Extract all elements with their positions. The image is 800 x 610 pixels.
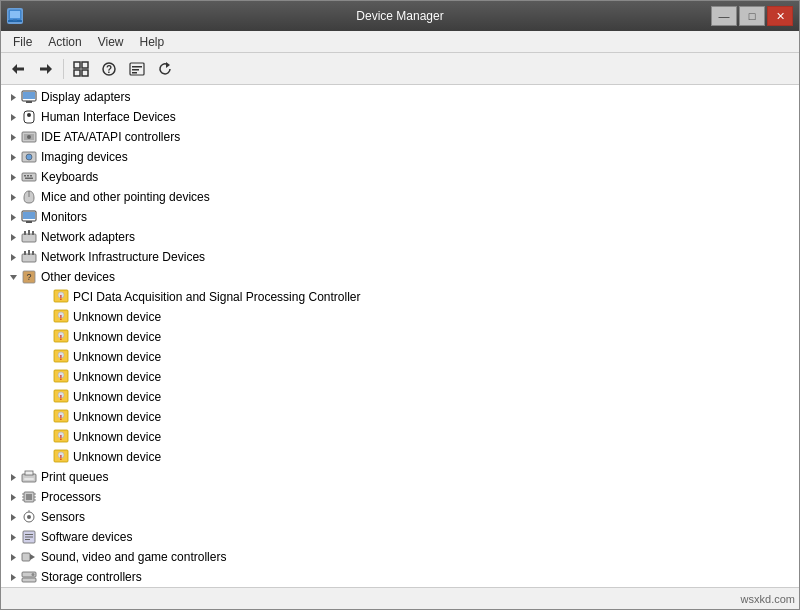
help-button[interactable]: ? — [96, 57, 122, 81]
tree-expander[interactable] — [37, 309, 53, 325]
tree-item-sound-video[interactable]: Sound, video and game controllers — [1, 547, 799, 567]
menu-view[interactable]: View — [90, 33, 132, 51]
svg-rect-115 — [25, 539, 30, 540]
tree-item-keyboards[interactable]: Keyboards — [1, 167, 799, 187]
tree-expander[interactable] — [37, 329, 53, 345]
tree-item-label: Monitors — [41, 210, 87, 224]
tree-item-unknown-3[interactable]: ! Unknown device — [1, 347, 799, 367]
unknown-3-icon: ! — [53, 349, 69, 365]
tree-item-other-devices[interactable]: ?Other devices — [1, 267, 799, 287]
tree-item-unknown-6[interactable]: ! Unknown device — [1, 407, 799, 427]
menu-file[interactable]: File — [5, 33, 40, 51]
tree-expander[interactable] — [5, 229, 21, 245]
tree-expander[interactable] — [5, 189, 21, 205]
tree-item-network-infra[interactable]: Network Infrastructure Devices — [1, 247, 799, 267]
svg-marker-50 — [11, 254, 16, 261]
tree-item-label: Processors — [41, 490, 101, 504]
svg-rect-9 — [82, 62, 88, 68]
tree-item-unknown-1[interactable]: ! Unknown device — [1, 307, 799, 327]
tree-item-unknown-5[interactable]: ! Unknown device — [1, 387, 799, 407]
tree-item-label: Unknown device — [73, 430, 161, 444]
tree-expander[interactable] — [37, 429, 53, 445]
tree-item-storage-controllers[interactable]: Storage controllers — [1, 567, 799, 587]
minimize-button[interactable]: — — [711, 6, 737, 26]
tree-item-ide-controllers[interactable]: IDE ATA/ATAPI controllers — [1, 127, 799, 147]
svg-marker-116 — [11, 554, 16, 561]
svg-marker-33 — [11, 174, 16, 181]
tree-item-pci-controller[interactable]: ! PCI Data Acquisition and Signal Proces… — [1, 287, 799, 307]
tree-expander[interactable] — [5, 149, 21, 165]
tree-item-label: Unknown device — [73, 310, 161, 324]
tree-item-print-queues[interactable]: Print queues — [1, 467, 799, 487]
tree-expander[interactable] — [37, 369, 53, 385]
svg-rect-35 — [24, 175, 26, 177]
pci-controller-icon: ! — [53, 289, 69, 305]
status-text: wsxkd.com — [741, 593, 795, 605]
tree-expander[interactable] — [5, 489, 21, 505]
svg-rect-15 — [132, 66, 142, 68]
svg-point-122 — [32, 573, 35, 576]
tree-item-imaging-devices[interactable]: Imaging devices — [1, 147, 799, 167]
tree-item-human-interface[interactable]: Human Interface Devices — [1, 107, 799, 127]
other-devices-icon: ? — [21, 269, 37, 285]
tree-expander[interactable] — [37, 349, 53, 365]
tree-expander[interactable] — [5, 89, 21, 105]
tree-item-mice[interactable]: Mice and other pointing devices — [1, 187, 799, 207]
sensors-icon — [21, 509, 37, 525]
show-button[interactable] — [68, 57, 94, 81]
refresh-button[interactable] — [152, 57, 178, 81]
toolbar-separator-1 — [63, 59, 64, 79]
tree-expander[interactable] — [5, 529, 21, 545]
tree-expander[interactable] — [5, 469, 21, 485]
storage-controllers-icon — [21, 569, 37, 585]
tree-expander[interactable] — [5, 209, 21, 225]
tree-expander[interactable] — [5, 109, 21, 125]
tree-expander[interactable] — [37, 389, 53, 405]
tree-item-unknown-8[interactable]: ! Unknown device — [1, 447, 799, 467]
tree-expander[interactable] — [37, 449, 53, 465]
tree-expander[interactable] — [5, 549, 21, 565]
properties-button[interactable] — [124, 57, 150, 81]
tree-item-label: Mice and other pointing devices — [41, 190, 210, 204]
tree-expander[interactable] — [5, 569, 21, 585]
svg-marker-41 — [11, 214, 16, 221]
tree-item-unknown-7[interactable]: ! Unknown device — [1, 427, 799, 447]
close-button[interactable]: ✕ — [767, 6, 793, 26]
svg-rect-46 — [22, 234, 36, 242]
device-tree[interactable]: Display adaptersHuman Interface DevicesI… — [1, 85, 799, 587]
toolbar: ? — [1, 53, 799, 85]
tree-expander[interactable] — [37, 409, 53, 425]
tree-item-unknown-2[interactable]: ! Unknown device — [1, 327, 799, 347]
svg-rect-7 — [40, 67, 48, 70]
tree-expander[interactable] — [5, 509, 21, 525]
keyboards-icon — [21, 169, 37, 185]
unknown-7-icon: ! — [53, 429, 69, 445]
tree-item-processors[interactable]: Processors — [1, 487, 799, 507]
svg-marker-111 — [11, 534, 16, 541]
unknown-1-icon: ! — [53, 309, 69, 325]
tree-expander[interactable] — [37, 289, 53, 305]
tree-item-monitors[interactable]: Monitors — [1, 207, 799, 227]
tree-item-label: Storage controllers — [41, 570, 142, 584]
tree-expander[interactable] — [5, 169, 21, 185]
menu-action[interactable]: Action — [40, 33, 89, 51]
tree-item-label: Unknown device — [73, 410, 161, 424]
tree-expander[interactable] — [5, 269, 21, 285]
maximize-button[interactable]: □ — [739, 6, 765, 26]
tree-item-label: Unknown device — [73, 330, 161, 344]
svg-rect-8 — [74, 62, 80, 68]
menu-help[interactable]: Help — [132, 33, 173, 51]
tree-item-network-adapters[interactable]: Network adapters — [1, 227, 799, 247]
tree-item-sensors[interactable]: Sensors — [1, 507, 799, 527]
svg-rect-97 — [24, 478, 34, 480]
svg-rect-117 — [22, 553, 30, 561]
tree-item-software-devices[interactable]: Software devices — [1, 527, 799, 547]
forward-button[interactable] — [33, 57, 59, 81]
tree-expander[interactable] — [5, 249, 21, 265]
tree-expander[interactable] — [5, 129, 21, 145]
tree-item-display-adapters[interactable]: Display adapters — [1, 87, 799, 107]
tree-item-label: Network adapters — [41, 230, 135, 244]
back-button[interactable] — [5, 57, 31, 81]
human-interface-icon — [21, 109, 37, 125]
tree-item-unknown-4[interactable]: ! Unknown device — [1, 367, 799, 387]
